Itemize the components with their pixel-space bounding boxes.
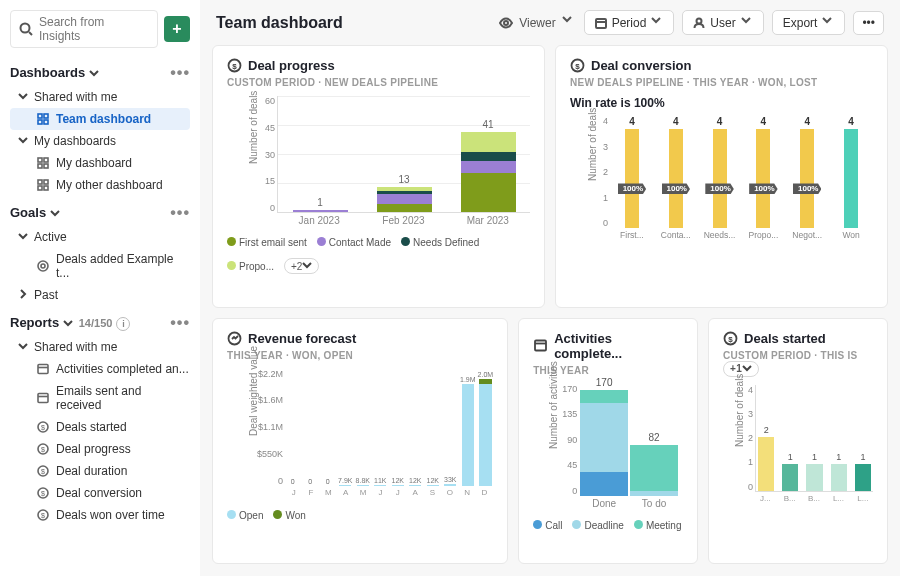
user-icon	[693, 17, 705, 29]
sidebar-section-dashboards[interactable]: Dashboards •••	[10, 64, 190, 82]
sidebar-item[interactable]: $Deals started	[10, 416, 190, 438]
period-button[interactable]: Period	[584, 10, 675, 35]
calendar-icon	[36, 391, 50, 405]
sidebar-item[interactable]: $Deal duration	[10, 460, 190, 482]
more-icon[interactable]: •••	[170, 64, 190, 82]
sidebar-item[interactable]: $Deals won over time	[10, 504, 190, 526]
chevron-down-icon	[741, 15, 753, 30]
svg-rect-31	[596, 19, 606, 28]
revenue-forecast-card[interactable]: Revenue forecast THIS YEAR · WON, OPEN D…	[212, 318, 508, 565]
svg-point-14	[38, 261, 48, 271]
chevron-down-icon	[18, 134, 28, 148]
legend: First email sentContact MadeNeeds Define…	[227, 237, 530, 274]
item-label: Deal progress	[56, 442, 131, 456]
viewer-label: Viewer	[519, 16, 555, 30]
card-title: Revenue forecast	[248, 331, 356, 346]
dashboard-icon	[36, 112, 50, 126]
add-button[interactable]: +	[164, 16, 190, 42]
chevron-down-icon	[822, 15, 834, 30]
svg-rect-12	[38, 186, 42, 190]
sidebar-group[interactable]: Past	[10, 284, 190, 306]
dollar-icon: $	[36, 464, 50, 478]
topbar: Team dashboard Viewer Period User Export…	[200, 0, 900, 45]
more-icon: •••	[862, 16, 875, 30]
sidebar-section-reports[interactable]: Reports 14/150i•••	[10, 314, 190, 332]
svg-text:$: $	[41, 490, 45, 497]
svg-text:$: $	[41, 468, 45, 475]
sidebar-item[interactable]: Emails sent and received	[10, 380, 190, 416]
svg-rect-9	[44, 164, 48, 168]
svg-rect-11	[44, 180, 48, 184]
activities-chart: Number of activities 17013590450 17082 D…	[555, 384, 683, 514]
group-label: Active	[34, 230, 67, 244]
chevron-down-icon	[18, 90, 28, 104]
svg-point-30	[504, 21, 508, 25]
sidebar-item[interactable]: My dashboard	[10, 152, 190, 174]
calendar-icon	[36, 362, 50, 376]
search-placeholder: Search from Insights	[39, 15, 149, 43]
sidebar-section-goals[interactable]: Goals •••	[10, 204, 190, 222]
item-label: Deals won over time	[56, 508, 165, 522]
group-label: My dashboards	[34, 134, 116, 148]
card-subtitle: NEW DEALS PIPELINE · THIS YEAR · WON, LO…	[570, 77, 873, 88]
dashboard-icon	[36, 156, 50, 170]
revenue-chart: Deal weighted value $2.2M$1.6M$1.1M$550K…	[255, 369, 493, 504]
svg-line-1	[29, 32, 32, 35]
group-label: Shared with me	[34, 340, 117, 354]
more-icon[interactable]: •••	[170, 204, 190, 222]
sidebar-group[interactable]: Shared with me	[10, 336, 190, 358]
sidebar-item[interactable]: My other dashboard	[10, 174, 190, 196]
chevron-down-icon	[50, 206, 60, 221]
deal-conversion-chart: Number of deals 43210 4100%4100%4100%410…	[594, 116, 873, 246]
svg-rect-3	[44, 114, 48, 118]
card-subtitle: CUSTOM PERIOD · NEW DEALS PIPELINE	[227, 77, 530, 88]
chevron-down-icon	[562, 14, 576, 31]
svg-text:$: $	[41, 446, 45, 453]
svg-text:$: $	[575, 62, 580, 71]
svg-rect-6	[38, 158, 42, 162]
more-icon[interactable]: •••	[170, 314, 190, 332]
user-button[interactable]: User	[682, 10, 763, 35]
sidebar-item[interactable]: $Deal conversion	[10, 482, 190, 504]
page-title: Team dashboard	[216, 14, 491, 32]
viewer-menu[interactable]: Viewer	[499, 14, 575, 31]
sidebar-item[interactable]: Deals added Example t...	[10, 248, 190, 284]
sidebar-group[interactable]: Active	[10, 226, 190, 248]
legend: OpenWon	[227, 510, 493, 521]
item-label: Team dashboard	[56, 112, 151, 126]
dollar-icon: $	[36, 442, 50, 456]
dollar-icon: $	[227, 58, 242, 73]
svg-text:$: $	[728, 334, 733, 343]
dollar-icon: $	[570, 58, 585, 73]
item-label: Deal duration	[56, 464, 127, 478]
svg-rect-16	[38, 365, 48, 374]
sidebar-group[interactable]: My dashboards	[10, 130, 190, 152]
activities-card[interactable]: Activities complete... THIS YEAR Number …	[518, 318, 698, 565]
card-title: Deal conversion	[591, 58, 691, 73]
chevron-down-icon	[18, 230, 28, 244]
card-title: Deals started	[744, 331, 826, 346]
sidebar-item[interactable]: $Deal progress	[10, 438, 190, 460]
sidebar-item[interactable]: Team dashboard	[10, 108, 190, 130]
item-label: Emails sent and received	[56, 384, 190, 412]
deal-progress-card[interactable]: $Deal progress CUSTOM PERIOD · NEW DEALS…	[212, 45, 545, 308]
more-chip[interactable]: +2	[284, 258, 319, 274]
more-button[interactable]: •••	[853, 11, 884, 35]
item-label: Activities completed an...	[56, 362, 189, 376]
forecast-icon	[227, 331, 242, 346]
sidebar-group[interactable]: Shared with me	[10, 86, 190, 108]
sidebar-item[interactable]: Activities completed an...	[10, 358, 190, 380]
deal-conversion-card[interactable]: $Deal conversion NEW DEALS PIPELINE · TH…	[555, 45, 888, 308]
calendar-icon	[533, 338, 548, 353]
export-button[interactable]: Export	[772, 10, 846, 35]
item-label: My dashboard	[56, 156, 132, 170]
svg-rect-8	[38, 164, 42, 168]
deals-started-chart: Number of deals 43210 21111 J...B...B...…	[741, 385, 873, 510]
search-input[interactable]: Search from Insights	[10, 10, 158, 48]
deals-started-card[interactable]: $Deals started CUSTOM PERIOD · THIS IS +…	[708, 318, 888, 565]
chevron-right-icon	[18, 288, 28, 302]
dollar-icon: $	[36, 486, 50, 500]
svg-rect-18	[38, 394, 48, 403]
chevron-down-icon	[651, 15, 663, 30]
group-label: Shared with me	[34, 90, 117, 104]
